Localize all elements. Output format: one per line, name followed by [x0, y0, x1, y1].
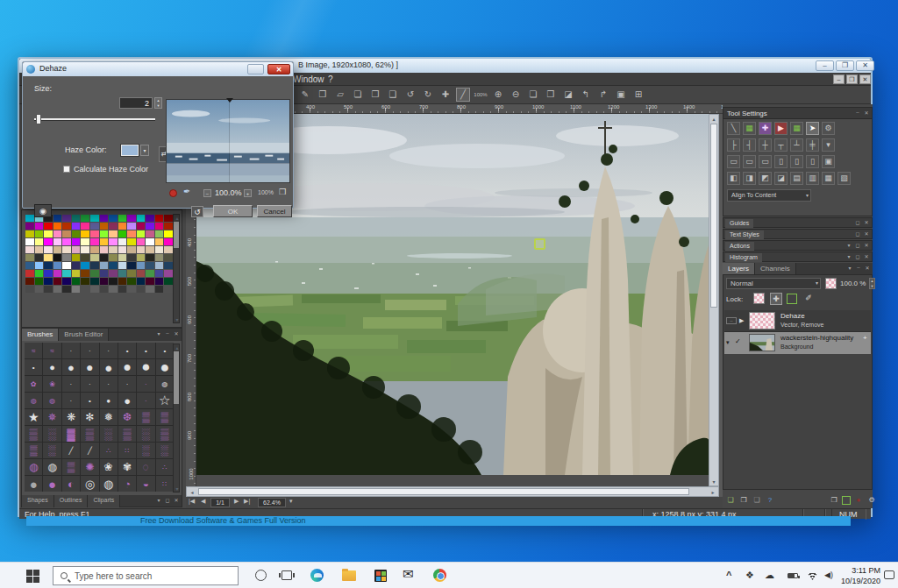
brush-thumbnail[interactable]: ·	[81, 343, 98, 358]
brush-thumbnail[interactable]: ░	[156, 443, 174, 458]
file-explorer-icon[interactable]	[340, 568, 358, 584]
mdi-close-icon[interactable]: ✕	[859, 74, 871, 84]
brush-thumbnail[interactable]: ◒	[137, 476, 154, 492]
color-swatch[interactable]	[25, 215, 34, 222]
restore-icon[interactable]: ❐	[836, 60, 854, 71]
tool-button[interactable]: ├	[727, 138, 740, 152]
color-swatch[interactable]	[100, 278, 109, 285]
color-swatch[interactable]	[155, 223, 164, 230]
brush-thumbnail[interactable]: ●	[100, 359, 118, 375]
brush-thumbnail[interactable]: •	[25, 359, 42, 375]
haze-color-swatch[interactable]	[121, 145, 139, 156]
color-swatch[interactable]	[118, 278, 127, 285]
frame-icon[interactable]	[842, 496, 851, 505]
color-swatch[interactable]	[44, 230, 53, 237]
tab-shapes[interactable]: Shapes	[22, 495, 54, 507]
color-swatch[interactable]	[90, 286, 99, 293]
record-icon[interactable]: ●	[853, 495, 864, 506]
brush-thumbnail[interactable]: ·	[137, 393, 154, 408]
color-swatch[interactable]	[53, 262, 62, 269]
color-swatch[interactable]	[164, 223, 173, 230]
tool-button[interactable]: ▶	[774, 122, 788, 135]
color-swatch[interactable]	[90, 246, 99, 253]
panel-bar-text-styles[interactable]: Text Styles◻✕	[723, 229, 873, 239]
mdi-minimize-icon[interactable]: –	[833, 74, 845, 84]
mail-icon[interactable]: ✉	[402, 568, 419, 584]
color-swatch[interactable]	[81, 230, 89, 237]
tool-button[interactable]: ▧	[837, 172, 851, 185]
color-swatch[interactable]	[164, 286, 173, 293]
menu-window[interactable]: Window	[293, 74, 324, 84]
color-swatch[interactable]	[25, 230, 34, 237]
color-swatch[interactable]	[146, 270, 154, 277]
scroll-up-icon[interactable]: ▴	[709, 116, 718, 122]
color-swatch[interactable]	[35, 246, 44, 253]
brush-thumbnail[interactable]: ●	[100, 393, 118, 408]
color-swatch[interactable]	[35, 270, 44, 277]
color-swatch[interactable]	[109, 238, 118, 245]
color-swatch[interactable]	[100, 230, 109, 237]
brush-thumbnail[interactable]: ◌	[137, 459, 154, 475]
volume-icon[interactable]: ◀)	[824, 570, 833, 579]
brush-thumbnail[interactable]: ●	[118, 359, 136, 375]
brush-thumbnail[interactable]: ≈	[43, 343, 61, 358]
color-swatch[interactable]	[137, 230, 146, 237]
brush-thumbnail[interactable]: ▒	[25, 443, 42, 458]
color-swatch[interactable]	[100, 223, 109, 230]
new-window-icon[interactable]: ❒	[279, 188, 286, 196]
last-page-icon[interactable]: ▶|	[244, 498, 250, 505]
align-dropdown[interactable]: Align To Content ▾	[727, 189, 811, 202]
brush-thumbnail[interactable]: ●	[25, 476, 42, 492]
minimize-icon[interactable]: –	[854, 110, 861, 116]
toolbar-button[interactable]: ❏	[526, 88, 540, 102]
color-swatch[interactable]	[90, 254, 99, 261]
color-swatch[interactable]	[127, 286, 136, 293]
color-swatch[interactable]	[155, 246, 164, 253]
color-swatch[interactable]	[72, 246, 81, 253]
tab-layers[interactable]: Layers	[723, 263, 755, 275]
brush-thumbnail[interactable]: ·	[62, 376, 80, 392]
color-swatch[interactable]	[109, 270, 118, 277]
color-swatch[interactable]	[100, 270, 109, 277]
layer-thumbnail[interactable]	[749, 334, 775, 351]
store-icon[interactable]	[372, 568, 389, 584]
color-swatch[interactable]	[35, 286, 44, 293]
color-swatch[interactable]	[90, 278, 99, 285]
layer-thumbnail[interactable]	[749, 312, 775, 329]
color-swatch[interactable]	[25, 278, 34, 285]
tool-button[interactable]: ┼	[759, 138, 772, 152]
brush-thumbnail[interactable]: ╱	[62, 443, 80, 458]
layer-row-dehaze[interactable]: ·· ▶ Dehaze Vector, Remove	[724, 310, 871, 332]
panel-bar-histogram[interactable]: Histogram▾◻✕	[723, 251, 873, 262]
toolbar-button[interactable]: ↻	[421, 88, 435, 102]
dialog-help-button[interactable]	[247, 64, 264, 74]
toolbar-button[interactable]: ✎	[298, 88, 312, 102]
color-swatch[interactable]	[100, 215, 109, 222]
minimize-icon[interactable]: –	[816, 60, 834, 71]
brush-thumbnail[interactable]: ▒	[137, 409, 154, 425]
tool-button[interactable]: ▣	[822, 155, 835, 168]
color-swatch[interactable]	[118, 246, 127, 253]
color-swatch[interactable]	[35, 230, 44, 237]
toolbar-button[interactable]: ▱	[333, 88, 347, 102]
color-swatch[interactable]	[164, 238, 173, 245]
task-view-icon[interactable]	[279, 568, 296, 584]
close-icon[interactable]: ✕	[863, 219, 870, 225]
brush-thumbnail[interactable]: ❆	[118, 409, 136, 425]
tool-button[interactable]: ╲	[727, 122, 740, 135]
color-swatch[interactable]	[127, 254, 136, 261]
color-swatch[interactable]	[35, 278, 44, 285]
brush-thumbnail[interactable]: ◔	[118, 476, 136, 492]
color-swatch[interactable]	[118, 286, 127, 293]
color-swatch[interactable]	[118, 254, 127, 261]
tool-button[interactable]: ▯	[790, 155, 803, 168]
color-swatch[interactable]	[137, 246, 146, 253]
canvas-horizontal-scrollbar[interactable]: ◂ ▸	[186, 486, 719, 497]
color-swatch[interactable]	[81, 278, 89, 285]
color-swatch[interactable]	[146, 215, 154, 222]
brush-thumbnail[interactable]: ◎	[81, 476, 98, 492]
brush-thumbnail[interactable]: ✻	[81, 409, 98, 425]
color-swatch[interactable]	[164, 246, 173, 253]
layer-row-background[interactable]: ▾ ✓ wackerstein-highquality Background +	[724, 332, 871, 354]
cancel-button[interactable]: Cancel	[257, 205, 292, 217]
